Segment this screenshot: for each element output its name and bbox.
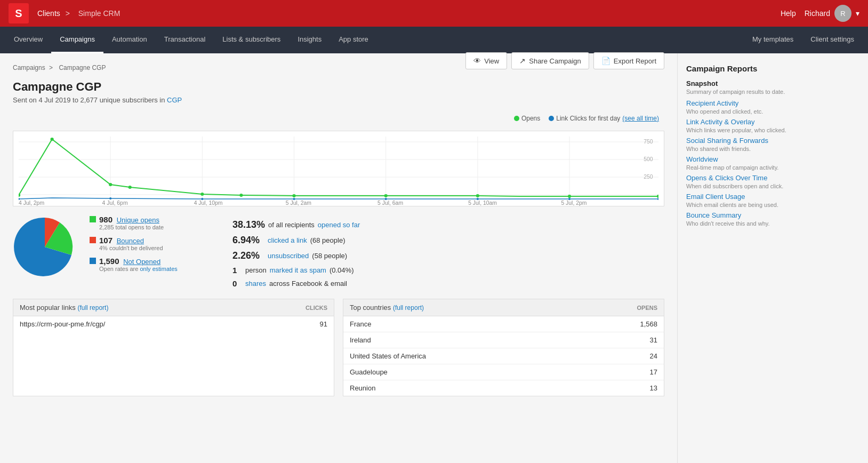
clients-link[interactable]: Clients	[37, 9, 60, 18]
clicked-sub: (68 people)	[310, 236, 345, 244]
subtitle-text: Sent on 4 Jul 2019 to 2,677 unique subsc…	[13, 96, 165, 104]
unsubscribed-link[interactable]: unsubscribed	[268, 252, 309, 260]
svg-point-23	[657, 195, 658, 198]
not-opened-color	[90, 258, 96, 264]
help-link[interactable]: Help	[781, 9, 796, 18]
main-container: Campaigns > Campagne CGP 👁 View ↗ Share …	[0, 53, 868, 463]
nav-client-settings[interactable]: Client settings	[802, 27, 863, 53]
pie-chart	[13, 215, 77, 279]
clicks-label: Link Clicks for first day	[556, 115, 620, 122]
nav-transactional[interactable]: Transactional	[156, 27, 214, 53]
shares-link[interactable]: shares	[245, 280, 266, 288]
spam-label: person	[245, 266, 267, 274]
sidebar-worldview[interactable]: Worldview	[686, 155, 791, 163]
bounced-count: 107	[99, 236, 112, 245]
opens-label: Opens	[521, 115, 540, 122]
link-activity-desc: Which links were popular, who clicked.	[686, 127, 791, 133]
popular-link-row: https://crm-pour-pme.fr/cgp/ 91	[13, 316, 334, 332]
pct-opens: 38.13%	[232, 219, 265, 230]
nav-my-templates[interactable]: My templates	[744, 27, 802, 53]
not-opened-stat: 1,590 Not Opened Open rates are only est…	[90, 257, 207, 272]
clicked-link[interactable]: clicked a link	[268, 236, 307, 244]
see-all-link[interactable]: (see all time)	[622, 115, 659, 122]
user-menu[interactable]: Richard R ▾	[805, 5, 859, 22]
pct-unsubscribed-row: 2.26% unsubscribed (58 people)	[232, 250, 664, 261]
breadcrumb-campaigns-link[interactable]: Campaigns	[13, 64, 45, 71]
estimates-link[interactable]: only estimates	[140, 266, 177, 272]
country-name: Reunion	[350, 384, 375, 392]
top-breadcrumb: Clients > Simple CRM	[37, 9, 123, 18]
country-opens: 31	[650, 336, 657, 344]
clicks-dot	[549, 116, 554, 121]
chart-svg: 750 500 250	[19, 137, 658, 206]
stats-row: 980 Unique opens 2,285 total opens to da…	[13, 215, 664, 288]
breadcrumb-separator: >	[66, 9, 70, 18]
sidebar-social-sharing[interactable]: Social Sharing & Forwards	[686, 137, 791, 145]
popular-links-header: Most popular links (full report) CLICKS	[13, 299, 334, 316]
email-client-desc: Which email clients are being used.	[686, 202, 791, 208]
nav-overview[interactable]: Overview	[5, 27, 51, 53]
bounced-link[interactable]: Bounced	[117, 237, 144, 245]
export-button[interactable]: 📄 Export Report	[593, 52, 664, 69]
sidebar-bounce-summary[interactable]: Bounce Summary	[686, 211, 791, 219]
svg-text:5 Jul, 10am: 5 Jul, 10am	[468, 200, 497, 206]
not-opened-link[interactable]: Not Opened	[123, 258, 160, 266]
svg-point-16	[128, 186, 132, 189]
user-name: Richard	[805, 9, 830, 18]
share-button[interactable]: ↗ Share Campaign	[511, 52, 589, 69]
popular-links-title: Most popular links	[20, 304, 76, 312]
chart-legend: Opens Link Clicks for first day (see all…	[13, 113, 664, 126]
svg-point-22	[568, 195, 571, 198]
nav-automation[interactable]: Automation	[103, 27, 156, 53]
nav-insights[interactable]: Insights	[289, 27, 330, 53]
country-name: Guadeloupe	[350, 368, 388, 376]
shares-row: 0 shares across Facebook & email	[232, 279, 664, 288]
page-header: 👁 View ↗ Share Campaign 📄 Export Report …	[13, 80, 664, 113]
svg-point-20	[384, 194, 388, 197]
pct-opens-row: 38.13% of all recipients opened so far	[232, 219, 664, 230]
table-row: United States of America 24	[343, 348, 664, 364]
svg-text:4 Jul, 10pm: 4 Jul, 10pm	[194, 200, 223, 206]
bounced-stat: 107 Bounced 4% couldn't be delivered	[90, 236, 207, 251]
nav-bar: Overview Campaigns Automation Transactio…	[0, 27, 868, 53]
unique-opens-stat: 980 Unique opens 2,285 total opens to da…	[90, 215, 207, 230]
popular-links-full-report[interactable]: (full report)	[77, 304, 108, 312]
content-area: Campaigns > Campagne CGP 👁 View ↗ Share …	[0, 53, 677, 463]
svg-text:5 Jul, 2am: 5 Jul, 2am	[286, 200, 311, 206]
page-subtitle: Sent on 4 Jul 2019 to 2,677 unique subsc…	[13, 96, 664, 104]
link-url: https://crm-pour-pme.fr/cgp/	[20, 320, 105, 328]
svg-text:500: 500	[644, 156, 653, 162]
spam-count: 1	[232, 266, 242, 275]
top-countries-table: Top countries (full report) OPENS France…	[343, 299, 664, 396]
sidebar-email-client-usage[interactable]: Email Client Usage	[686, 193, 791, 201]
opens-sub: 2,285 total opens to date	[99, 224, 164, 230]
nav-app-store[interactable]: App store	[330, 27, 377, 53]
table-row: Reunion 13	[343, 380, 664, 396]
chart-container: 750 500 250	[13, 131, 664, 206]
country-name: United States of America	[350, 352, 426, 360]
opens-count: 980	[99, 215, 112, 224]
top-countries-title: Top countries	[350, 304, 391, 312]
svg-text:5 Jul, 2pm: 5 Jul, 2pm	[561, 200, 586, 206]
opened-so-far-link[interactable]: opened so far	[318, 221, 360, 229]
nav-lists-subscribers[interactable]: Lists & subscribers	[214, 27, 289, 53]
pct-clicked-row: 6.94% clicked a link (68 people)	[232, 235, 664, 246]
opens-link[interactable]: Unique opens	[117, 216, 159, 224]
spam-link[interactable]: marked it as spam	[270, 266, 326, 274]
opens-color	[90, 216, 96, 222]
sidebar-link-activity-overlay[interactable]: Link Activity & Overlay	[686, 118, 791, 126]
country-name: France	[350, 320, 371, 328]
sidebar-opens-clicks-time[interactable]: Opens & Clicks Over Time	[686, 174, 791, 182]
svg-text:750: 750	[644, 139, 653, 145]
opens-dot	[514, 116, 519, 121]
svg-point-17	[200, 193, 204, 196]
not-opened-count: 1,590	[99, 257, 119, 266]
nav-campaigns[interactable]: Campaigns	[51, 27, 103, 53]
sidebar-recipient-activity[interactable]: Recipient Activity	[686, 99, 791, 107]
view-button[interactable]: 👁 View	[465, 52, 507, 69]
opens-col-header: OPENS	[637, 305, 657, 311]
right-stats: 38.13% of all recipients opened so far 6…	[220, 215, 664, 288]
top-countries-full-report[interactable]: (full report)	[393, 304, 424, 312]
cgp-link[interactable]: CGP	[167, 96, 182, 104]
clicks-col-header: CLICKS	[306, 305, 327, 311]
